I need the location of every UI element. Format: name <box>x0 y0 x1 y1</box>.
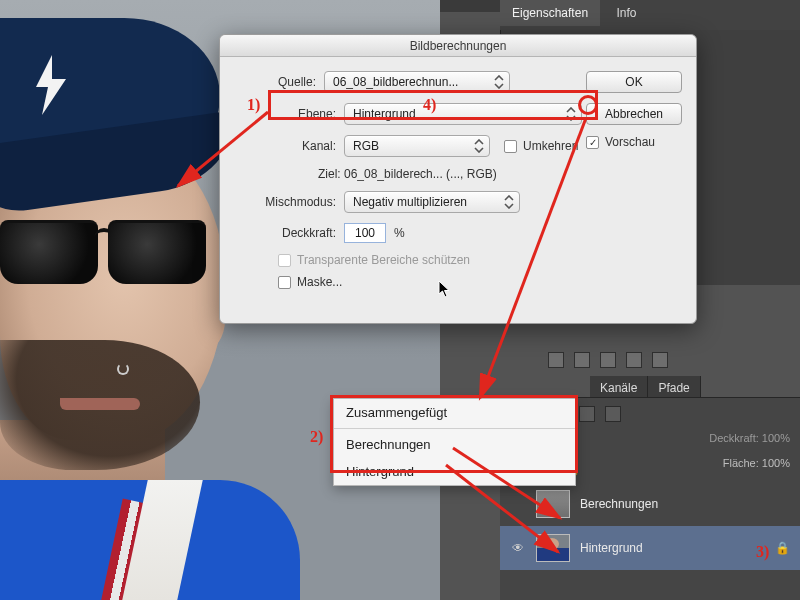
invert-label: Umkehren <box>523 139 578 153</box>
layer-name: Hintergrund <box>580 541 643 555</box>
layer-filter-icon[interactable] <box>579 406 595 422</box>
transparent-label: Transparente Bereiche schützen <box>297 253 470 267</box>
apply-image-dialog: Bildberechnungen OK Abbrechen ✓ Vorschau… <box>219 34 697 324</box>
layer-thumbnail[interactable] <box>536 490 570 518</box>
annotation-label-1: 1) <box>247 96 260 114</box>
layer-row-berechnungen[interactable]: Berechnungen <box>500 482 800 526</box>
annotation-label-3: 3) <box>756 543 769 561</box>
opacity-value: 100% <box>762 432 790 444</box>
lightning-icon <box>30 55 70 115</box>
source-value: 06_08_bildberechnun... <box>333 75 458 89</box>
blend-label: Mischmodus: <box>232 195 344 209</box>
target-line: Ziel: 06_08_bilderech... (..., RGB) <box>318 167 684 181</box>
tab-info[interactable]: Info <box>605 0 649 26</box>
annotation-label-4: 4) <box>423 96 436 114</box>
tab-properties[interactable]: Eigenschaften <box>500 0 600 26</box>
layer-name: Berechnungen <box>580 497 658 511</box>
visibility-icon[interactable]: 👁 <box>510 541 526 555</box>
photo-lips <box>60 398 140 410</box>
percent-label: % <box>394 226 405 240</box>
chevron-updown-icon <box>493 75 505 89</box>
panel-icon[interactable] <box>626 352 642 368</box>
cancel-button[interactable]: Abbrechen <box>586 103 682 125</box>
annotation-label-2: 2) <box>310 428 323 446</box>
opacity-input[interactable] <box>344 223 386 243</box>
mask-label: Maske... <box>297 275 342 289</box>
properties-panel-tabs: Eigenschaften Info <box>500 0 800 30</box>
panel-icon[interactable] <box>600 352 616 368</box>
layer-row-hintergrund[interactable]: 👁 Hintergrund 🔒 <box>500 526 800 570</box>
annotation-circle-4 <box>578 95 598 115</box>
preview-checkbox[interactable]: ✓ <box>586 136 599 149</box>
fill-value: 100% <box>762 457 790 469</box>
fill-label: Fläche: <box>723 457 759 469</box>
layer-thumbnail[interactable] <box>536 534 570 562</box>
chevron-updown-icon <box>473 139 485 153</box>
invert-checkbox[interactable] <box>504 140 517 153</box>
photo-nosering <box>117 363 129 375</box>
transparent-checkbox <box>278 254 291 267</box>
mask-checkbox[interactable] <box>278 276 291 289</box>
opacity-label: Deckkraft: <box>232 226 344 240</box>
dialog-title: Bildberechnungen <box>220 35 696 57</box>
svg-marker-0 <box>36 55 66 115</box>
annotation-box-2 <box>330 395 578 473</box>
blend-value: Negativ multiplizieren <box>353 195 467 209</box>
panel-iconrow <box>548 352 668 368</box>
panel-icon[interactable] <box>548 352 564 368</box>
channel-select[interactable]: RGB <box>344 135 490 157</box>
panel-icon[interactable] <box>574 352 590 368</box>
blend-select[interactable]: Negativ multiplizieren <box>344 191 520 213</box>
channel-value: RGB <box>353 139 379 153</box>
layer-filter-icon[interactable] <box>605 406 621 422</box>
photo-sunglasses <box>0 220 215 290</box>
cursor-icon <box>438 280 452 298</box>
channel-label: Kanal: <box>232 139 344 153</box>
ok-button[interactable]: OK <box>586 71 682 93</box>
opacity-label: Deckkraft: <box>709 432 759 444</box>
chevron-updown-icon <box>503 195 515 209</box>
panel-icon[interactable] <box>652 352 668 368</box>
lock-icon: 🔒 <box>775 541 790 555</box>
source-label: Quelle: <box>232 75 324 89</box>
preview-label: Vorschau <box>605 135 655 149</box>
